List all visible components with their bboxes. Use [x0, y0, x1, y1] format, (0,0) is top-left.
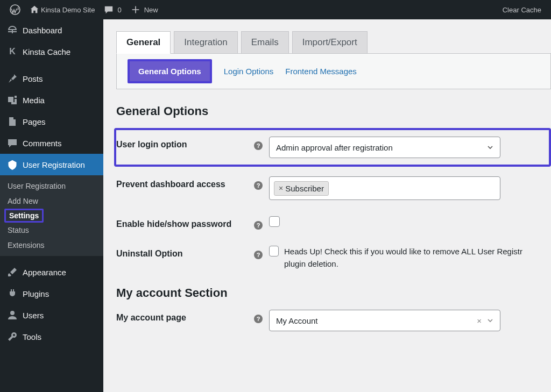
- page-icon: [6, 116, 18, 127]
- sidebar-item-label: Appearance: [23, 268, 66, 277]
- general-options-heading: General Options: [116, 104, 551, 118]
- user-login-option-highlight: User login option ? Admin approval after…: [114, 128, 551, 167]
- site-name-label: Kinsta Demo Site: [41, 6, 95, 14]
- chevron-down-icon: [487, 317, 493, 324]
- wp-admin-bar: Kinsta Demo Site 0 New Clear Cache: [0, 0, 551, 19]
- sidebar-item-label: User Registration: [23, 160, 85, 169]
- chevron-down-icon: [487, 144, 493, 151]
- submenu-item-settings[interactable]: Settings: [9, 211, 39, 220]
- hide-show-password-checkbox[interactable]: [269, 216, 280, 227]
- uninstall-option-label: Uninstall Option: [116, 246, 254, 259]
- comment-icon: [6, 137, 18, 149]
- user-registration-icon: [6, 159, 18, 170]
- my-account-page-value: My Account: [276, 316, 318, 325]
- sidebar-item-dashboard[interactable]: Dashboard: [0, 19, 103, 41]
- tab-emails[interactable]: Emails: [241, 31, 289, 53]
- kinsta-icon: K: [6, 46, 18, 58]
- brush-icon: [6, 266, 18, 278]
- help-icon[interactable]: ?: [254, 251, 263, 259]
- primary-tabs: General Integration Emails Import/Export: [116, 31, 551, 54]
- subtab-login-options[interactable]: Login Options: [224, 67, 274, 76]
- submenu-item-settings-highlight: Settings: [4, 209, 44, 223]
- help-icon[interactable]: ?: [254, 221, 263, 230]
- submenu-item-status[interactable]: Status: [0, 223, 103, 238]
- comment-icon: [103, 4, 114, 15]
- user-login-option-value: Admin approval after registration: [276, 143, 393, 152]
- clear-cache-label: Clear Cache: [503, 6, 541, 14]
- sidebar-item-label: Users: [23, 311, 44, 320]
- sidebar-item-media[interactable]: Media: [0, 89, 103, 111]
- plus-icon: [130, 4, 141, 15]
- tab-import-export[interactable]: Import/Export: [292, 31, 368, 53]
- hide-show-password-label: Enable hide/show password: [116, 216, 254, 229]
- media-icon: [6, 94, 18, 106]
- comment-count: 0: [117, 6, 121, 14]
- prevent-dashboard-input[interactable]: × Subscriber: [269, 176, 500, 200]
- help-icon[interactable]: ?: [254, 181, 263, 190]
- role-tag-subscriber[interactable]: × Subscriber: [274, 181, 329, 196]
- sidebar-item-label: Tools: [23, 332, 41, 341]
- pin-icon: [6, 73, 18, 84]
- user-login-option-select[interactable]: Admin approval after registration: [269, 137, 500, 158]
- secondary-tabs: General Options Login Options Frontend M…: [116, 54, 551, 89]
- tab-general[interactable]: General: [116, 31, 171, 54]
- clear-cache-link[interactable]: Clear Cache: [498, 0, 546, 19]
- sidebar-item-label: Comments: [23, 139, 62, 148]
- settings-content: General Integration Emails Import/Export…: [103, 19, 551, 392]
- sidebar-item-label: Kinsta Cache: [23, 47, 70, 56]
- subtab-frontend-messages[interactable]: Frontend Messages: [285, 67, 357, 76]
- submenu-item-extensions[interactable]: Extensions: [0, 238, 103, 253]
- sidebar-item-tools[interactable]: Tools: [0, 326, 103, 347]
- sidebar-item-plugins[interactable]: Plugins: [0, 283, 103, 304]
- help-icon[interactable]: ?: [254, 141, 263, 150]
- role-tag-label: Subscriber: [285, 184, 324, 193]
- tab-integration[interactable]: Integration: [174, 31, 237, 53]
- sidebar-item-appearance[interactable]: Appearance: [0, 261, 103, 283]
- home-icon: [29, 4, 40, 15]
- sidebar-submenu-user-registration: User Registration Add New Settings Statu…: [0, 175, 103, 256]
- help-icon[interactable]: ?: [254, 315, 263, 323]
- my-account-page-label: My account page: [116, 310, 254, 323]
- new-content-link[interactable]: New: [126, 0, 163, 19]
- sidebar-item-posts[interactable]: Posts: [0, 68, 103, 89]
- sidebar-item-pages[interactable]: Pages: [0, 111, 103, 132]
- uninstall-note: Heads Up! Check this if you would like t…: [284, 246, 546, 270]
- clear-icon[interactable]: ×: [477, 316, 482, 325]
- sidebar-item-label: Posts: [23, 74, 43, 83]
- uninstall-checkbox[interactable]: [269, 246, 279, 256]
- my-account-page-select[interactable]: My Account ×: [269, 310, 500, 331]
- dashboard-icon: [6, 24, 18, 36]
- sidebar-item-kinsta-cache[interactable]: K Kinsta Cache: [0, 41, 103, 62]
- sidebar-item-label: Pages: [23, 117, 46, 126]
- sidebar-item-users[interactable]: Users: [0, 304, 103, 326]
- user-login-option-label: User login option: [116, 137, 254, 149]
- sidebar-item-label: Plugins: [23, 289, 49, 298]
- wp-logo[interactable]: [5, 0, 25, 19]
- submenu-item-add-new[interactable]: Add New: [0, 194, 103, 209]
- prevent-dashboard-label: Prevent dashboard access: [116, 176, 254, 189]
- plug-icon: [6, 288, 18, 300]
- my-account-section-heading: My account Section: [116, 286, 551, 300]
- site-link[interactable]: Kinsta Demo Site: [25, 0, 99, 19]
- svg-point-1: [10, 311, 15, 315]
- close-icon[interactable]: ×: [279, 184, 283, 193]
- subtab-general-options[interactable]: General Options: [128, 59, 212, 83]
- wordpress-icon: [10, 4, 20, 15]
- sidebar-item-label: Media: [23, 96, 45, 105]
- sidebar-item-label: Dashboard: [23, 26, 62, 35]
- comments-link[interactable]: 0: [99, 0, 125, 19]
- new-label: New: [144, 6, 158, 14]
- user-icon: [6, 309, 18, 321]
- wrench-icon: [6, 331, 18, 343]
- sidebar-item-user-registration[interactable]: User Registration: [0, 154, 103, 175]
- submenu-item-user-registration[interactable]: User Registration: [0, 179, 103, 194]
- sidebar-item-comments[interactable]: Comments: [0, 132, 103, 154]
- admin-sidebar: Dashboard K Kinsta Cache Posts Media Pag…: [0, 19, 103, 392]
